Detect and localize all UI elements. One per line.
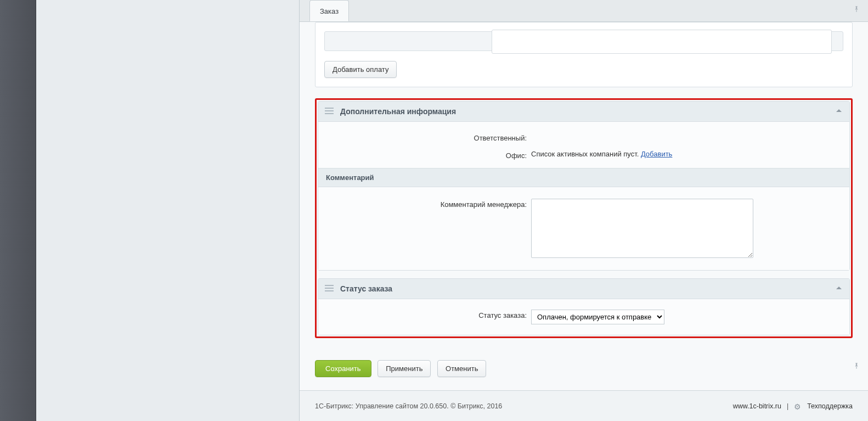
section-additional-info: Дополнительная информация Ответственный:… [318,101,850,271]
value-office: Список активных компаний пуст. Добавить [531,150,839,158]
footer-right: www.1c-bitrix.ru | Техподдержка [733,402,853,410]
subhead-comment: Комментарий [318,168,849,187]
gear-icon[interactable] [794,402,802,410]
left-panel [36,0,300,421]
label-office: Офис: [328,150,531,160]
section-title-status: Статус заказа [340,284,392,293]
payment-prev-block [324,31,843,51]
pin-icon[interactable] [853,5,860,13]
section-body-status: Статус заказа: Оплачен, формируется к от… [318,299,849,335]
manager-comment-textarea[interactable] [531,199,753,258]
value-status: Оплачен, формируется к отправке [531,310,839,324]
tab-bar: Заказ [300,0,868,22]
row-responsible: Ответственный: [328,128,839,146]
highlighted-sections: Дополнительная информация Ответственный:… [315,98,853,338]
add-payment-button[interactable]: Добавить оплату [324,61,397,78]
row-manager-comment: Комментарий менеджера: [328,195,839,263]
action-row: Сохранить Применить Отменить [315,350,853,380]
footer-site-link[interactable]: www.1c-bitrix.ru [733,402,781,410]
payment-prev-inner [492,30,832,54]
cancel-button[interactable]: Отменить [437,360,486,377]
footer-separator: | [787,402,788,410]
section-head-additional[interactable]: Дополнительная информация [318,102,849,122]
tab-order[interactable]: Заказ [309,0,349,21]
status-select[interactable]: Оплачен, формируется к отправке [531,310,664,324]
value-manager-comment [531,199,839,260]
row-status: Статус заказа: Оплачен, формируется к от… [328,306,839,328]
label-responsible: Ответственный: [328,132,531,142]
drag-handle-icon[interactable] [325,285,334,293]
payment-card: Добавить оплату [315,22,853,87]
section-head-status[interactable]: Статус заказа [318,279,849,299]
footer-support-link[interactable]: Техподдержка [807,402,853,410]
drag-handle-icon[interactable] [325,108,334,116]
section-body-additional: Ответственный: Офис: Список активных ком… [318,122,849,270]
tab-label: Заказ [320,7,339,15]
row-office: Офис: Список активных компаний пуст. Доб… [328,146,839,164]
footer: 1С-Битрикс: Управление сайтом 20.0.650. … [300,390,868,421]
apply-button[interactable]: Применить [377,360,431,377]
content-area: Заказ Добавить оплату Дополнительная инф… [300,0,868,421]
label-status: Статус заказа: [328,310,531,319]
office-empty-text: Список активных компаний пуст. [531,150,639,158]
collapse-icon[interactable] [836,109,842,112]
pin-icon[interactable] [853,362,860,370]
label-manager-comment: Комментарий менеджера: [328,199,531,209]
footer-left: 1С-Битрикс: Управление сайтом 20.0.650. … [315,402,502,410]
section-title-additional: Дополнительная информация [340,107,456,116]
left-rail [0,0,36,421]
collapse-icon[interactable] [836,287,842,289]
section-order-status: Статус заказа Статус заказа: Оплачен, фо… [318,278,850,335]
office-add-link[interactable]: Добавить [641,150,672,158]
save-button[interactable]: Сохранить [315,360,371,377]
main-scroll: Добавить оплату Дополнительная информаци… [300,22,868,380]
